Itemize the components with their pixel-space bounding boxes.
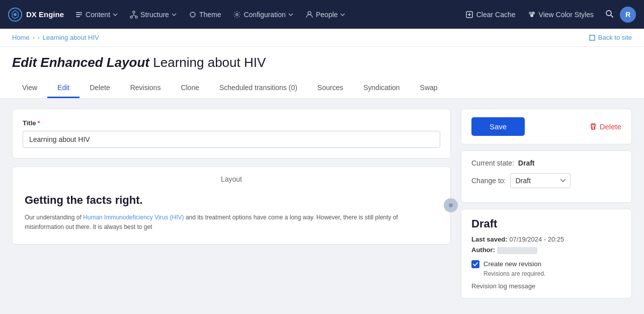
page-title-area: Edit Enhanced Layout Learning about HIV … (0, 47, 644, 99)
back-to-site-link[interactable]: Back to site (589, 34, 632, 41)
tab-swap[interactable]: Swap (410, 78, 448, 98)
breadcrumb-current[interactable]: Learning about HIV (43, 34, 99, 41)
tab-clone[interactable]: Clone (171, 78, 209, 98)
svg-rect-3 (76, 14, 82, 15)
nav-people[interactable]: People (300, 8, 351, 22)
svg-point-13 (532, 12, 535, 15)
delete-button[interactable]: Delete (589, 122, 621, 131)
nav-configuration[interactable]: Configuration (228, 8, 298, 22)
layout-label: Layout (21, 175, 442, 183)
right-panel: Save Delete Current state: Draft Change … (461, 109, 632, 310)
svg-point-7 (135, 16, 137, 18)
svg-rect-4 (76, 16, 80, 17)
last-saved-info: Last saved: 07/19/2024 - 20:25 (471, 236, 621, 243)
layout-link[interactable]: Human Immunodeficiency Virus (HIV) (83, 214, 184, 221)
current-state-row: Current state: Draft (471, 159, 621, 167)
breadcrumb-bar: Home › › Learning about HIV Back to site (0, 29, 644, 47)
left-panel: Title * Layout Getting the facts right. … (12, 109, 451, 310)
layout-wrapper: Layout Getting the facts right. Our unde… (12, 167, 451, 245)
content-tabs: View Edit Delete Revisions Clone Schedul… (12, 78, 632, 98)
clear-cache-button[interactable]: Clear Cache (460, 8, 521, 22)
change-to-row: Change to: Draft Published Archived (471, 173, 621, 188)
revisions-required-text: Revisions are required. (484, 270, 621, 277)
create-revision-row: Create new revision (471, 260, 621, 268)
breadcrumb-home[interactable]: Home (12, 34, 30, 41)
layout-drag-handle[interactable] (444, 198, 458, 212)
search-button[interactable] (601, 6, 618, 23)
top-navigation: DX Engine Content Structure Theme Config… (0, 0, 644, 29)
draft-card: Draft Last saved: 07/19/2024 - 20:25 Aut… (461, 209, 632, 298)
svg-point-14 (530, 14, 533, 17)
nav-structure[interactable]: Structure (125, 8, 182, 22)
svg-point-5 (133, 11, 135, 13)
breadcrumb-sep-1: › (33, 34, 35, 41)
svg-point-1 (14, 13, 17, 16)
svg-point-9 (236, 14, 238, 16)
svg-point-6 (130, 16, 132, 18)
title-input[interactable] (23, 131, 440, 148)
current-state-label: Current state: (471, 159, 514, 167)
save-delete-card: Save Delete (461, 109, 632, 144)
author-info: Author: (471, 246, 621, 254)
title-label: Title * (23, 119, 440, 127)
title-form-group: Title * (12, 109, 451, 159)
tab-revisions[interactable]: Revisions (120, 78, 171, 98)
create-revision-label: Create new revision (484, 260, 541, 268)
svg-point-12 (529, 12, 532, 15)
layout-content: Getting the facts right. Our understandi… (21, 189, 442, 236)
tab-scheduled-transitions[interactable]: Scheduled transitions (0) (209, 78, 307, 98)
nav-content[interactable]: Content (70, 8, 123, 22)
layout-heading: Getting the facts right. (25, 193, 438, 208)
layout-box: Layout Getting the facts right. Our unde… (12, 167, 451, 245)
page-title: Edit Enhanced Layout Learning about HIV (12, 55, 632, 70)
current-state-value: Draft (518, 159, 535, 167)
tab-edit[interactable]: Edit (47, 78, 79, 98)
tab-sources[interactable]: Sources (307, 78, 353, 98)
breadcrumb-sep-2: › (38, 34, 40, 41)
layout-body: Our understanding of Human Immunodeficie… (25, 213, 438, 232)
save-button[interactable]: Save (471, 117, 525, 136)
tab-delete[interactable]: Delete (79, 78, 120, 98)
revision-log-label: Revision log message (471, 282, 621, 290)
site-logo[interactable]: DX Engine (8, 8, 64, 22)
breadcrumb: Home › › Learning about HIV (12, 34, 99, 41)
svg-point-16 (449, 203, 453, 207)
author-value (497, 247, 537, 254)
svg-rect-2 (76, 12, 82, 13)
create-revision-checkbox[interactable] (471, 260, 479, 268)
change-to-label: Change to: (471, 177, 506, 185)
tab-syndication[interactable]: Syndication (353, 78, 410, 98)
tab-view[interactable]: View (12, 78, 47, 98)
user-avatar[interactable]: R (620, 7, 636, 23)
nav-theme[interactable]: Theme (184, 8, 226, 22)
change-to-select[interactable]: Draft Published Archived (510, 173, 571, 188)
draft-title: Draft (471, 217, 621, 230)
required-indicator: * (38, 119, 40, 127)
main-content: Title * Layout Getting the facts right. … (0, 99, 644, 314)
state-card: Current state: Draft Change to: Draft Pu… (461, 150, 632, 203)
view-color-styles-button[interactable]: View Color Styles (523, 8, 599, 22)
svg-point-10 (308, 12, 311, 15)
